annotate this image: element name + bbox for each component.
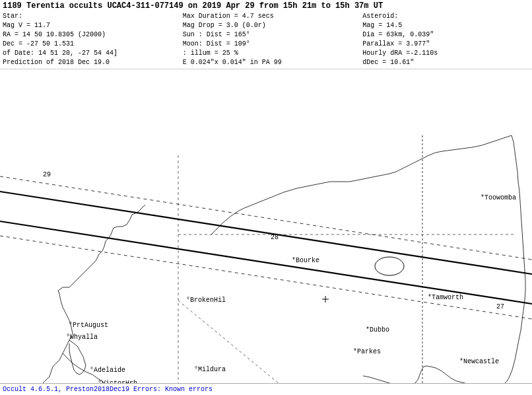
moon-illum: : illum = 25 % [183,49,350,58]
mag-drop: Mag Drop = 3.0 (0.0r) [183,21,350,30]
city-newcastle: *Newcastle [459,358,499,365]
svg-line-3 [0,192,532,274]
sun-dist: Sun : Dist = 165° [183,30,350,40]
moon-dist: Moon: Dist = 109° [183,40,350,49]
map-area: *Toowomba *Bourke °BrokenHil *Tamworth *… [0,69,532,393]
hourly-dra: Hourly dRA =-2.110s [362,49,529,58]
city-parkes: *Parkes [353,348,381,355]
svg-line-6 [0,236,532,319]
city-toowoomba: *Toowomba [481,194,516,201]
svg-point-10 [375,257,404,275]
map-svg: *Toowomba *Bourke °BrokenHil *Tamworth *… [0,69,532,393]
city-brokenhill: °BrokenHil [186,297,226,304]
lot-date: of Date: 14 51 20, -27 54 44] [3,49,170,58]
asteroid-info: Asteroid: Mag = 14.5 Dia = 63km, 0.039" … [362,12,529,67]
city-dubbo: *Dubbo [366,326,389,334]
svg-line-5 [0,176,532,260]
sun-dist-val: 165° [234,31,250,38]
header: 1189 Terentia occults UCAC4-311-077149 o… [0,0,532,69]
asteroid-dia: Dia = 63km, 0.039" [362,30,529,40]
ellipse: E 0.024"x 0.014" in PA 99 [183,58,350,67]
svg-line-4 [0,221,532,304]
max-duration-val: 4.7 secs [242,13,274,20]
moon-dist-val: 109° [234,40,250,48]
title-bar: 1189 Terentia occults UCAC4-311-077149 o… [3,1,529,11]
star-info: Star: Mag V = 11.7 RA = 14 50 10.8305 (J… [3,12,170,67]
moon-illum-label: : illum = [183,50,218,57]
sun-dist-label: Sun : Dist = [183,31,230,38]
event-info: Max Duration = 4.7 secs Mag Drop = 3.0 (… [183,12,350,67]
footer-text: Occult 4.6.5.1, Preston2018Dec19 Errors:… [3,386,213,393]
prediction: Prediction of 2018 Dec 19.0 [3,58,170,67]
asteroid-label: Asteroid: [362,12,529,21]
city-prtaugust: °PrtAugust [69,322,108,329]
city-mildura: °Mildura [194,366,226,373]
footer: Occult 4.6.5.1, Preston2018Dec19 Errors:… [0,383,532,395]
mag-drop-label: Mag Drop = [183,22,222,29]
chord-28: 28 [271,234,279,241]
chord-27: 27 [496,303,504,310]
max-duration: Max Duration = 4.7 secs [183,12,350,21]
city-adelaide: °Adelaide [90,367,125,374]
mag-drop-val: 3.0 (0.0r) [226,22,266,29]
moon-illum-val: 25 % [222,50,238,57]
parallax: Parallax = 3.977" [362,40,529,49]
city-whyalla: °Whyalla [66,334,98,341]
ra: RA = 14 50 10.8305 (J2000) [3,30,170,40]
dec: Dec = -27 50 1.531 [3,40,170,49]
moon-dist-label: Moon: Dist = [183,40,230,48]
city-bourke: *Bourke [292,257,319,264]
hourly-ddec: dDec = 10.61" [362,58,529,67]
max-duration-label: Max Duration = [183,13,238,20]
svg-line-1 [178,301,290,393]
star-label: Star: [3,12,170,21]
city-tamworth: *Tamworth [428,294,463,301]
chord-29: 29 [43,171,51,178]
asteroid-mag: Mag = 14.5 [362,21,529,30]
info-grid: Star: Mag V = 11.7 RA = 14 50 10.8305 (J… [3,12,529,67]
mag-v: Mag V = 11.7 [3,21,170,30]
